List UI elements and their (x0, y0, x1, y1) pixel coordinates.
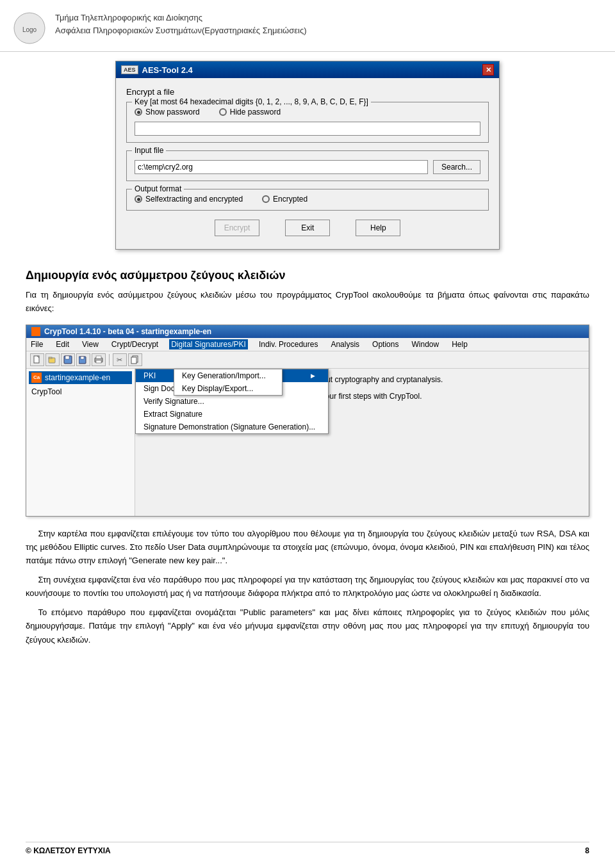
save-all-btn[interactable] (76, 353, 90, 366)
cryptool-text-line2: This is a text file, shown in order to h… (140, 390, 584, 402)
cryptool-text-area: CrypTool is a comprehensive educational … (135, 369, 589, 516)
new-file-btn[interactable] (30, 353, 44, 366)
svg-text:✂: ✂ (117, 356, 122, 364)
menu-options[interactable]: Options (370, 339, 400, 350)
page-content: AES AES-Tool 2.4 ✕ Encrypt a file Key [a… (0, 52, 615, 671)
body-para-1-text: Στην καρτέλα που εμφανίζεται επιλέγουμε … (26, 527, 589, 568)
cryptool-title: CrypTool 1.4.10 - beta 04 - startingexam… (44, 327, 211, 336)
cryptool-title-icon (31, 327, 40, 336)
svg-text:Logo: Logo (22, 26, 37, 33)
key-group: Key [at most 64 hexadecimal digits {0, 1… (126, 102, 489, 143)
svg-rect-11 (96, 360, 101, 363)
page-header: Logo Τμήμα Τηλεπληροφορικής και Διοίκηση… (0, 0, 615, 52)
sidebar-cryptool-item[interactable]: CrypTool (29, 387, 132, 397)
hide-password-radio[interactable] (219, 108, 227, 116)
svg-rect-10 (96, 356, 101, 358)
sidebar-file-item-startingexample[interactable]: CaAT startingexample-en (29, 371, 132, 384)
cryptool-toolbar: ✂ (26, 351, 589, 369)
input-file-group-label: Input file (132, 146, 166, 155)
menu-digital-signatures[interactable]: Digital Signatures/PKI (169, 339, 248, 350)
exit-button[interactable]: Exit (285, 220, 330, 236)
toolbar-separator-1 (109, 354, 110, 366)
body-para-1: Στην καρτέλα που εμφανίζεται επιλέγουμε … (26, 527, 589, 568)
footer-page-number: 8 (585, 846, 589, 855)
output-format-group: Output format Selfextracting and encrypt… (126, 189, 489, 211)
institution-line2: Ασφάλεια Πληροφοριακών Συστημάτων(Εργαστ… (55, 24, 307, 37)
svg-rect-6 (65, 356, 69, 359)
body-para-3-text: Το επόμενο παράθυρο που εμφανίζεται ονομ… (26, 606, 589, 647)
show-password-radio[interactable] (135, 108, 142, 116)
aes-body: Encrypt a file Key [at most 64 hexadecim… (116, 78, 499, 249)
encrypted-label: Encrypted (273, 195, 308, 204)
sidebar-file-label: startingexample-en (45, 373, 110, 382)
encrypt-button[interactable]: Encrypt (215, 220, 260, 236)
body-para-2-text: Στη συνέχεια εμφανίζεται ένα νέο παράθυρ… (26, 573, 589, 600)
print-btn[interactable] (92, 353, 106, 366)
menu-edit[interactable]: Edit (54, 339, 71, 350)
cryptool-window: CrypTool 1.4.10 - beta 04 - startingexam… (26, 325, 589, 517)
output-radio-row: Selfextracting and encrypted Encrypted (135, 195, 480, 204)
body-para-2: Στη συνέχεια εμφανίζεται ένα νέο παράθυρ… (26, 573, 589, 600)
copy-btn[interactable] (128, 353, 142, 366)
svg-rect-4 (49, 357, 52, 358)
svg-rect-8 (81, 357, 84, 359)
show-password-label: Show password (145, 108, 200, 117)
menu-analysis[interactable]: Analysis (329, 339, 361, 350)
selfextracting-radio[interactable] (135, 195, 142, 203)
menu-crypt-decrypt[interactable]: Crypt/Decrypt (110, 339, 160, 350)
institution-logo: Logo (13, 12, 46, 45)
body-paragraphs: Στην καρτέλα που εμφανίζεται επιλέγουμε … (26, 527, 589, 647)
file-icon: CaAT (31, 373, 42, 383)
page-footer: © ΚΩΛΕΤΣΟΥ ΕΥΤΥΧΙΑ 8 (26, 842, 589, 855)
cryptool-main-area: CaAT startingexample-en CrypTool CrypToo… (26, 369, 589, 516)
hide-password-label: Hide password (230, 108, 281, 117)
aes-icon: AES (121, 65, 138, 74)
encrypted-radio[interactable] (262, 195, 270, 203)
open-file-btn[interactable] (45, 353, 60, 366)
section-heading: Δημιουργία ενός ασύμμετρου ζεύγους κλειδ… (26, 269, 589, 282)
cryptool-menubar: File Edit View Crypt/Decrypt Digital Sig… (26, 338, 589, 351)
menu-help[interactable]: Help (450, 339, 470, 350)
output-format-label: Output format (132, 184, 184, 193)
institution-line1: Τμήμα Τηλεπληροφορικής και Διοίκησης (55, 12, 307, 24)
footer-copyright: © ΚΩΛΕΤΣΟΥ ΕΥΤΥΧΙΑ (26, 846, 111, 855)
menu-indiv-procedures[interactable]: Indiv. Procedures (257, 339, 320, 350)
aes-title: AES-Tool 2.4 (142, 65, 193, 75)
aes-section-title: Encrypt a file (126, 87, 489, 97)
encrypted-option[interactable]: Encrypted (262, 195, 308, 204)
aes-titlebar-left: AES AES-Tool 2.4 (121, 65, 193, 75)
input-file-row: Search... (135, 160, 480, 174)
password-radio-row: Show password Hide password (135, 108, 480, 117)
cryptool-text-line1: CrypTool is a comprehensive educational … (140, 374, 584, 385)
aes-titlebar: AES AES-Tool 2.4 ✕ (116, 61, 499, 78)
show-password-option[interactable]: Show password (135, 108, 200, 117)
hide-password-option[interactable]: Hide password (219, 108, 281, 117)
help-button[interactable]: Help (356, 220, 400, 236)
header-text: Τμήμα Τηλεπληροφορικής και Διοίκησης Ασφ… (55, 12, 307, 36)
sidebar-tool-label: CrypTool (31, 387, 62, 396)
input-file-group: Input file Search... (126, 150, 489, 181)
aes-footer-buttons: Encrypt Exit Help (126, 220, 489, 239)
menu-window[interactable]: Window (409, 339, 441, 350)
cryptool-sidebar: CaAT startingexample-en CrypTool (26, 369, 135, 516)
svg-rect-14 (131, 357, 136, 364)
save-file-btn[interactable] (61, 353, 75, 366)
aes-tool-window: AES AES-Tool 2.4 ✕ Encrypt a file Key [a… (115, 61, 500, 250)
input-file-field[interactable] (135, 160, 428, 174)
search-button[interactable]: Search... (433, 160, 480, 174)
cryptool-content-area: CrypTool is a comprehensive educational … (135, 369, 589, 516)
body-para-3: Το επόμενο παράθυρο που εμφανίζεται ονομ… (26, 606, 589, 647)
aes-close-button[interactable]: ✕ (482, 64, 494, 76)
menu-view[interactable]: View (80, 339, 101, 350)
intro-text: Για τη δημιουργία ενός ασύμμετρου ζεύγου… (26, 289, 589, 316)
menu-file[interactable]: File (29, 339, 45, 350)
selfextracting-option[interactable]: Selfextracting and encrypted (135, 195, 243, 204)
cut-btn[interactable]: ✂ (113, 353, 127, 366)
selfextracting-label: Selfextracting and encrypted (145, 195, 243, 204)
key-group-label: Key [at most 64 hexadecimal digits {0, 1… (132, 97, 371, 106)
key-input-field[interactable] (135, 122, 480, 136)
cryptool-titlebar: CrypTool 1.4.10 - beta 04 - startingexam… (26, 325, 589, 338)
